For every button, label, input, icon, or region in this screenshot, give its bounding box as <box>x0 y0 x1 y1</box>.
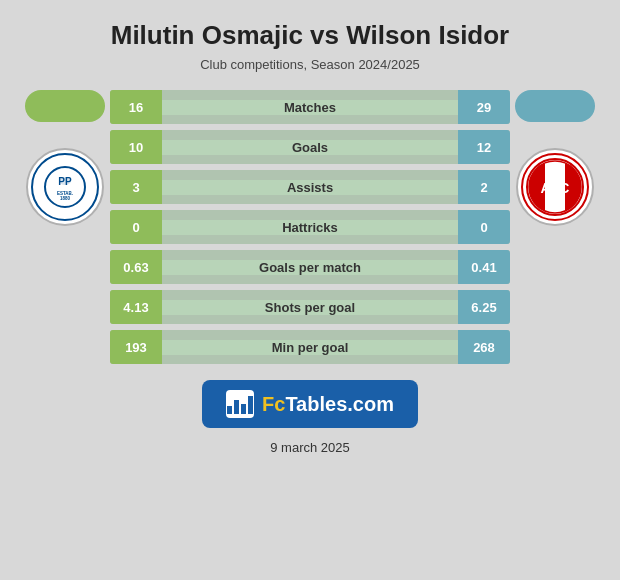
stat-left-value: 0 <box>110 210 162 244</box>
stat-label: Goals per match <box>162 260 458 275</box>
stat-row: 0Hattricks0 <box>110 210 510 244</box>
stat-row: 0.63Goals per match0.41 <box>110 250 510 284</box>
stat-label: Shots per goal <box>162 300 458 315</box>
stat-label: Assists <box>162 180 458 195</box>
right-team-logo: AFC <box>516 148 594 226</box>
stat-left-value: 3 <box>110 170 162 204</box>
stat-label: Matches <box>162 100 458 115</box>
fc-part: Fc <box>262 393 285 415</box>
stat-row: 193Min per goal268 <box>110 330 510 364</box>
stat-right-value: 29 <box>458 90 510 124</box>
stats-container: 16Matches2910Goals123Assists20Hattricks0… <box>110 90 510 364</box>
stat-left-value: 0.63 <box>110 250 162 284</box>
stat-right-value: 2 <box>458 170 510 204</box>
page-title: Milutin Osmajic vs Wilson Isidor <box>111 20 510 51</box>
stat-right-value: 12 <box>458 130 510 164</box>
page-subtitle: Club competitions, Season 2024/2025 <box>200 57 420 72</box>
right-team-tab <box>515 90 595 122</box>
fctables-text: FcTables.com <box>262 393 394 416</box>
stat-left-value: 10 <box>110 130 162 164</box>
stat-left-value: 4.13 <box>110 290 162 324</box>
stat-row: 10Goals12 <box>110 130 510 164</box>
stat-row: 4.13Shots per goal6.25 <box>110 290 510 324</box>
stat-row: 3Assists2 <box>110 170 510 204</box>
tables-part: Tables.com <box>285 393 394 415</box>
stat-right-value: 268 <box>458 330 510 364</box>
stat-left-value: 193 <box>110 330 162 364</box>
svg-text:AFC: AFC <box>541 180 570 196</box>
stat-label: Min per goal <box>162 340 458 355</box>
svg-point-4 <box>59 177 71 185</box>
stat-right-value: 0.41 <box>458 250 510 284</box>
fctables-banner: FcTables.com <box>202 380 418 428</box>
stat-left-value: 16 <box>110 90 162 124</box>
fctables-icon <box>226 390 254 418</box>
stat-label: Goals <box>162 140 458 155</box>
stat-right-value: 0 <box>458 210 510 244</box>
footer-date: 9 march 2025 <box>270 440 350 455</box>
left-team-tab <box>25 90 105 122</box>
stat-row: 16Matches29 <box>110 90 510 124</box>
stat-label: Hattricks <box>162 220 458 235</box>
left-team-logo: PP ESTAB. 1880 <box>26 148 104 226</box>
svg-point-0 <box>45 167 85 207</box>
svg-text:1880: 1880 <box>60 196 71 201</box>
stat-right-value: 6.25 <box>458 290 510 324</box>
